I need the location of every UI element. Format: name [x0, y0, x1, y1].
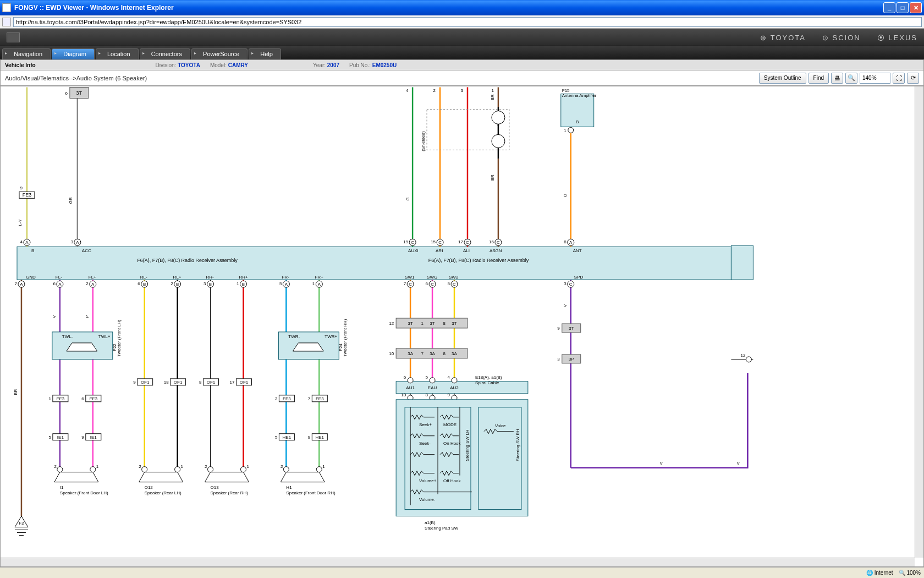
svg-text:8: 8 [443, 351, 446, 356]
svg-text:C: C [431, 282, 434, 287]
svg-text:Speaker
(Front Door RH): Speaker (Front Door RH) [286, 490, 336, 495]
svg-text:1: 1 [421, 321, 424, 326]
svg-text:B: B [176, 282, 179, 287]
svg-text:1: 1 [48, 396, 51, 401]
svg-text:FE3: FE3 [23, 192, 31, 198]
svg-text:3: 3 [204, 281, 206, 286]
svg-text:9: 9 [20, 186, 23, 190]
tab-connectors[interactable]: ▸ Connectors [140, 48, 190, 59]
svg-text:BR: BR [490, 175, 495, 181]
svg-text:L-Y: L-Y [18, 219, 23, 226]
svg-text:7: 7 [308, 396, 311, 401]
svg-text:16: 16 [489, 239, 494, 244]
svg-point-43 [492, 134, 505, 148]
svg-text:I1: I1 [60, 485, 64, 490]
fit-icon[interactable]: ⛶ [893, 73, 905, 84]
svg-text:A: A [569, 240, 573, 245]
maximize-button[interactable]: □ [897, 2, 909, 13]
svg-text:5: 5 [48, 435, 51, 440]
svg-point-69 [746, 357, 751, 362]
svg-text:2: 2 [433, 88, 436, 93]
horizontal-scrollbar[interactable] [1, 558, 915, 566]
svg-point-133 [142, 467, 147, 472]
svg-text:Speaker
(Rear LH): Speaker (Rear LH) [145, 490, 182, 495]
svg-text:6: 6 [138, 281, 140, 286]
tab-navigation[interactable]: ▸ Navigation [2, 48, 51, 59]
brand-toyota: ⊕ TOYOTA [760, 34, 806, 42]
svg-text:Seek-: Seek- [419, 441, 431, 446]
svg-text:2: 2 [275, 396, 278, 401]
svg-marker-176 [293, 343, 323, 351]
print-icon[interactable]: 🖶 [831, 73, 843, 84]
svg-text:TWL+: TWL+ [98, 334, 111, 339]
svg-text:C: C [497, 240, 500, 245]
svg-text:BR: BR [13, 389, 18, 395]
svg-text:6: 6 [426, 281, 428, 286]
page-icon [2, 18, 11, 26]
close-button[interactable]: ✕ [910, 2, 922, 13]
svg-text:3A: 3A [408, 351, 413, 356]
svg-text:MODE: MODE [443, 422, 457, 427]
svg-text:17: 17 [458, 239, 463, 244]
svg-marker-161 [205, 472, 249, 482]
svg-text:3T: 3T [569, 326, 574, 331]
svg-point-191 [283, 467, 289, 472]
svg-text:B: B [576, 119, 579, 124]
svg-text:F6(A), F7(B), F8(C)
Radio Rece: F6(A), F7(B), F8(C) Radio Receiver Assem… [428, 258, 529, 263]
svg-point-159 [240, 467, 246, 472]
svg-text:FE3: FE3 [283, 396, 291, 401]
svg-text:(Shielded): (Shielded) [421, 131, 426, 151]
svg-text:IE1: IE1 [57, 435, 64, 440]
zoom-input[interactable] [860, 73, 890, 84]
svg-text:HE1: HE1 [316, 435, 324, 440]
diagram-viewport[interactable]: F6(A), F7(B), F8(C) Radio Receiver Assem… [0, 86, 924, 567]
svg-text:8: 8 [443, 321, 446, 326]
svg-text:10: 10 [401, 392, 406, 397]
brand-scion: ⊙ SCION [822, 34, 861, 42]
tab-location[interactable]: ▸ Location [96, 48, 139, 59]
svg-text:1: 1 [322, 464, 325, 469]
svg-text:ANT: ANT [573, 248, 582, 253]
svg-point-108 [57, 467, 63, 472]
address-bar [0, 15, 924, 29]
svg-text:2: 2 [86, 281, 89, 286]
system-outline-button[interactable]: System Outline [759, 73, 806, 84]
svg-text:C: C [409, 282, 412, 287]
svg-text:B: B [143, 282, 146, 287]
svg-text:FE3: FE3 [57, 396, 65, 401]
svg-text:C: C [453, 282, 456, 287]
find-button[interactable]: Find [809, 73, 829, 84]
svg-text:A: A [20, 282, 23, 287]
window-title: FONGV :: EWD Viewer - Windows Internet E… [14, 4, 883, 12]
url-input[interactable] [13, 17, 922, 27]
svg-text:SWG: SWG [427, 275, 437, 280]
svg-text:3: 3 [557, 357, 560, 362]
svg-text:G: G [405, 197, 410, 200]
tab-diagram[interactable]: ▸ Diagram [52, 48, 95, 59]
svg-text:2: 2 [205, 464, 207, 469]
svg-text:3T: 3T [408, 321, 413, 326]
svg-text:A: A [76, 240, 79, 245]
svg-text:1: 1 [312, 281, 315, 286]
svg-text:V: V [52, 315, 57, 318]
svg-text:3P: 3P [569, 357, 574, 362]
svg-text:OF1: OF1 [141, 380, 150, 385]
svg-text:1: 1 [181, 464, 184, 469]
tab-powersource[interactable]: ▸ PowerSource [191, 48, 248, 59]
zoom-icon[interactable]: 🔍 [845, 73, 857, 84]
refresh-icon[interactable]: ⟳ [907, 73, 919, 84]
svg-text:9: 9 [448, 392, 450, 397]
svg-text:F6(A), F7(B), F8(C)
Radio Rece: F6(A), F7(B), F8(C) Radio Receiver Assem… [137, 258, 238, 263]
svg-text:3: 3 [70, 239, 73, 244]
tab-help[interactable]: ▸ Help [249, 48, 281, 59]
svg-text:O12: O12 [145, 485, 153, 490]
svg-text:Volume-: Volume- [419, 497, 436, 502]
minimize-button[interactable]: _ [883, 2, 895, 13]
svg-text:17: 17 [230, 380, 235, 385]
svg-text:9: 9 [81, 435, 84, 440]
vertical-scrollbar[interactable] [915, 86, 923, 558]
svg-point-232 [430, 378, 435, 383]
svg-text:IE1: IE1 [90, 435, 97, 440]
svg-text:BR: BR [490, 94, 495, 100]
app-icon [2, 3, 11, 12]
